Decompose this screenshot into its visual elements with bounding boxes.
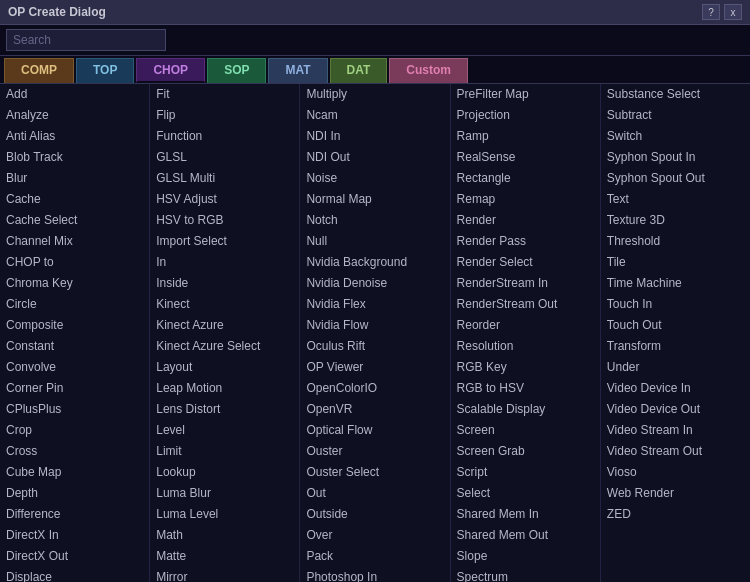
list-item[interactable]: Circle	[0, 294, 149, 315]
list-item[interactable]: Import Select	[150, 231, 299, 252]
tab-sop[interactable]: SOP	[207, 58, 266, 83]
list-item[interactable]: Blob Track	[0, 147, 149, 168]
list-item[interactable]: Mirror	[150, 567, 299, 582]
tab-mat[interactable]: MAT	[268, 58, 327, 83]
list-item[interactable]: Depth	[0, 483, 149, 504]
list-item[interactable]: Switch	[601, 126, 750, 147]
list-item[interactable]: DirectX In	[0, 525, 149, 546]
list-item[interactable]: Nvidia Denoise	[300, 273, 449, 294]
list-item[interactable]: Lookup	[150, 462, 299, 483]
list-item[interactable]: Kinect Azure Select	[150, 336, 299, 357]
list-item[interactable]: Crop	[0, 420, 149, 441]
list-item[interactable]: Kinect Azure	[150, 315, 299, 336]
list-item[interactable]: Out	[300, 483, 449, 504]
list-item[interactable]: RenderStream In	[451, 273, 600, 294]
list-item[interactable]: Level	[150, 420, 299, 441]
tab-dat[interactable]: DAT	[330, 58, 388, 83]
tab-top[interactable]: TOP	[76, 58, 134, 83]
list-item[interactable]: CHOP to	[0, 252, 149, 273]
list-item[interactable]: Select	[451, 483, 600, 504]
list-item[interactable]: Cube Map	[0, 462, 149, 483]
list-item[interactable]: Noise	[300, 168, 449, 189]
list-item[interactable]: Luma Blur	[150, 483, 299, 504]
list-item[interactable]: Projection	[451, 105, 600, 126]
list-item[interactable]: Script	[451, 462, 600, 483]
list-item[interactable]: RGB Key	[451, 357, 600, 378]
list-item[interactable]: Spectrum	[451, 567, 600, 582]
list-item[interactable]: Video Stream In	[601, 420, 750, 441]
list-item[interactable]: Scalable Display	[451, 399, 600, 420]
list-item[interactable]: Threshold	[601, 231, 750, 252]
list-item[interactable]: Cache	[0, 189, 149, 210]
list-item[interactable]: Displace	[0, 567, 149, 582]
list-item[interactable]: NDI Out	[300, 147, 449, 168]
list-item[interactable]: Video Stream Out	[601, 441, 750, 462]
list-item[interactable]: Inside	[150, 273, 299, 294]
list-item[interactable]: Ramp	[451, 126, 600, 147]
list-item[interactable]: Lens Distort	[150, 399, 299, 420]
list-item[interactable]: Substance Select	[601, 84, 750, 105]
list-item[interactable]: Reorder	[451, 315, 600, 336]
list-item[interactable]: OP Viewer	[300, 357, 449, 378]
list-item[interactable]: HSV Adjust	[150, 189, 299, 210]
list-item[interactable]: Ouster	[300, 441, 449, 462]
list-item[interactable]: Web Render	[601, 483, 750, 504]
list-item[interactable]: Ncam	[300, 105, 449, 126]
tab-comp[interactable]: COMP	[4, 58, 74, 83]
list-item[interactable]: Corner Pin	[0, 378, 149, 399]
list-item[interactable]: Shared Mem In	[451, 504, 600, 525]
list-item[interactable]: Flip	[150, 105, 299, 126]
list-item[interactable]: GLSL	[150, 147, 299, 168]
list-item[interactable]: Render Select	[451, 252, 600, 273]
list-item[interactable]: Resolution	[451, 336, 600, 357]
list-item[interactable]: Video Device In	[601, 378, 750, 399]
list-item[interactable]: Notch	[300, 210, 449, 231]
search-input[interactable]	[6, 29, 166, 51]
list-item[interactable]: Chroma Key	[0, 273, 149, 294]
list-item[interactable]: In	[150, 252, 299, 273]
list-item[interactable]: Render Pass	[451, 231, 600, 252]
list-item[interactable]: OpenColorIO	[300, 378, 449, 399]
list-item[interactable]: Pack	[300, 546, 449, 567]
list-item[interactable]: Tile	[601, 252, 750, 273]
list-item[interactable]: Touch In	[601, 294, 750, 315]
list-item[interactable]: Nvidia Flow	[300, 315, 449, 336]
list-item[interactable]: Touch Out	[601, 315, 750, 336]
list-item[interactable]: Matte	[150, 546, 299, 567]
tab-custom[interactable]: Custom	[389, 58, 468, 83]
list-item[interactable]: Photoshop In	[300, 567, 449, 582]
list-item[interactable]: RenderStream Out	[451, 294, 600, 315]
list-item[interactable]: OpenVR	[300, 399, 449, 420]
list-item[interactable]: GLSL Multi	[150, 168, 299, 189]
list-item[interactable]: Subtract	[601, 105, 750, 126]
list-item[interactable]: DirectX Out	[0, 546, 149, 567]
list-item[interactable]: Constant	[0, 336, 149, 357]
list-item[interactable]: Rectangle	[451, 168, 600, 189]
list-item[interactable]: Slope	[451, 546, 600, 567]
list-item[interactable]: Optical Flow	[300, 420, 449, 441]
list-item[interactable]: Luma Level	[150, 504, 299, 525]
list-item[interactable]: PreFilter Map	[451, 84, 600, 105]
list-item[interactable]: Null	[300, 231, 449, 252]
list-item[interactable]: Render	[451, 210, 600, 231]
list-item[interactable]: ZED	[601, 504, 750, 525]
list-item[interactable]: Anti Alias	[0, 126, 149, 147]
list-item[interactable]: NDI In	[300, 126, 449, 147]
list-item[interactable]: Analyze	[0, 105, 149, 126]
list-item[interactable]: Shared Mem Out	[451, 525, 600, 546]
list-item[interactable]: Transform	[601, 336, 750, 357]
list-item[interactable]: Screen Grab	[451, 441, 600, 462]
list-item[interactable]: Under	[601, 357, 750, 378]
list-item[interactable]: Outside	[300, 504, 449, 525]
list-item[interactable]: Function	[150, 126, 299, 147]
list-item[interactable]: Oculus Rift	[300, 336, 449, 357]
list-item[interactable]: Vioso	[601, 462, 750, 483]
list-item[interactable]: Convolve	[0, 357, 149, 378]
list-item[interactable]: Fit	[150, 84, 299, 105]
list-item[interactable]: Time Machine	[601, 273, 750, 294]
help-button[interactable]: ?	[702, 4, 720, 20]
list-item[interactable]: Remap	[451, 189, 600, 210]
list-item[interactable]: Normal Map	[300, 189, 449, 210]
list-item[interactable]: Layout	[150, 357, 299, 378]
list-item[interactable]: Screen	[451, 420, 600, 441]
